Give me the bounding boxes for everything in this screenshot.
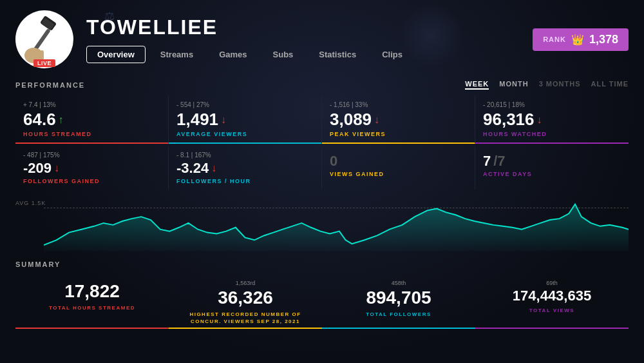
arrow-down-icon: ↓ bbox=[221, 114, 226, 126]
arrow-down-icon-3: ↓ bbox=[537, 114, 542, 126]
chart-fill bbox=[44, 204, 629, 251]
summary-followers-rank: 458th bbox=[330, 280, 468, 286]
metric-fph-label: FOLLOWERS / HOUR bbox=[176, 178, 314, 184]
metric-followers-value: -209 ↓ bbox=[23, 160, 160, 177]
summary-followers: 458th 894,705 TOTAL FOLLOWERS bbox=[322, 277, 475, 329]
chart-svg bbox=[44, 195, 629, 251]
live-badge: LIVE bbox=[33, 59, 55, 67]
svg-rect-5 bbox=[32, 48, 36, 61]
performance-section: PERFORMANCE WEEK MONTH 3 MONTHS ALL TIME… bbox=[15, 80, 629, 253]
metric-peak-viewers-label: PEAK VIEWERS bbox=[330, 131, 467, 137]
rank-label: RANK bbox=[543, 35, 566, 43]
metric-hours-watched: - 20,615 | 18% 96,316 ↓ HOURS WATCHED bbox=[475, 96, 629, 144]
metric-avg-viewers: - 554 | 27% 1,491 ↓ AVERAGE VIEWERS bbox=[169, 96, 322, 144]
summary-grid: 17,822 TOTAL HOURS STREAMED 1,563rd 36,3… bbox=[15, 277, 629, 329]
metric-hours-streamed: + 7.4 | 13% 64.6 ↑ HOURS STREAMED bbox=[15, 96, 169, 144]
time-filter-week[interactable]: WEEK bbox=[465, 80, 489, 90]
metric-followers-gained: - 487 | 175% -209 ↓ FOLLOWERS GAINED bbox=[15, 146, 169, 190]
crown-icon: 👑 bbox=[571, 34, 584, 46]
avatar-icon bbox=[22, 15, 67, 64]
metric-peak-viewers: - 1,516 | 33% 3,089 ↓ PEAK VIEWERS bbox=[322, 96, 475, 144]
metric-hours-watched-change: - 20,615 | 18% bbox=[483, 101, 621, 108]
metric-avg-viewers-value: 1,491 ↓ bbox=[176, 110, 314, 130]
metric-fph-change: - 8.1 | 167% bbox=[176, 152, 314, 159]
metric-views-gained: 0 VIEWS GAINED bbox=[322, 146, 475, 190]
metric-peak-viewers-value: 3,089 ↓ bbox=[330, 110, 467, 130]
time-filter-alltime[interactable]: ALL TIME bbox=[591, 80, 629, 90]
summary-views-rank: 69th bbox=[483, 280, 621, 286]
summary-followers-value: 894,705 bbox=[330, 288, 468, 308]
summary-title: SUMMARY bbox=[15, 260, 629, 268]
tab-streams[interactable]: Streams bbox=[149, 46, 204, 63]
metric-views-value: 0 bbox=[330, 153, 467, 170]
chart-area: AVG 1.5K bbox=[15, 195, 629, 253]
metric-hours-watched-value: 96,316 ↓ bbox=[483, 110, 621, 130]
summary-followers-label: TOTAL FOLLOWERS bbox=[330, 311, 468, 318]
summary-peak-viewers: 1,563rd 36,326 HIGHEST RECORDED NUMBER O… bbox=[169, 277, 322, 329]
arrow-down-icon-5: ↓ bbox=[211, 162, 216, 174]
performance-header: PERFORMANCE WEEK MONTH 3 MONTHS ALL TIME bbox=[15, 80, 629, 90]
metric-followers-per-hour: - 8.1 | 167% -3.24 ↓ FOLLOWERS / HOUR bbox=[169, 146, 322, 190]
svg-rect-4 bbox=[27, 49, 32, 61]
summary-views: 69th 174,443,635 TOTAL VIEWS bbox=[475, 277, 629, 329]
summary-views-value: 174,443,635 bbox=[483, 288, 621, 304]
time-filters: WEEK MONTH 3 MONTHS ALL TIME bbox=[465, 80, 629, 90]
chart-avg-label: AVG 1.5K bbox=[15, 200, 46, 206]
metric-avg-viewers-change: - 554 | 27% bbox=[176, 101, 314, 108]
svg-rect-6 bbox=[36, 49, 41, 61]
metric-hours-watched-label: HOURS WATCHED bbox=[483, 131, 621, 137]
rank-badge: RANK 👑 1,378 bbox=[533, 28, 629, 51]
tab-games[interactable]: Games bbox=[208, 46, 258, 63]
header: ⚖ LIVE TOWELLIEE bbox=[15, 10, 629, 68]
tab-subs[interactable]: Subs bbox=[262, 46, 305, 63]
metric-active-days: 7/7 ACTIVE DAYS bbox=[475, 146, 629, 190]
summary-peak-rank: 1,563rd bbox=[176, 280, 314, 286]
summary-views-label: TOTAL VIEWS bbox=[483, 307, 621, 314]
metric-followers-label: FOLLOWERS GAINED bbox=[23, 178, 160, 184]
arrow-up-icon: ↑ bbox=[59, 114, 64, 126]
summary-total-hours: 17,822 TOTAL HOURS STREAMED bbox=[15, 277, 169, 329]
time-filter-3months[interactable]: 3 MONTHS bbox=[539, 80, 581, 90]
svg-rect-7 bbox=[40, 50, 44, 60]
time-filter-month[interactable]: MONTH bbox=[499, 80, 528, 90]
rank-value: 1,378 bbox=[589, 33, 618, 46]
metrics-row-1: + 7.4 | 13% 64.6 ↑ HOURS STREAMED - 554 … bbox=[15, 96, 629, 144]
metric-followers-change: - 487 | 175% bbox=[23, 152, 160, 159]
summary-section: SUMMARY 17,822 TOTAL HOURS STREAMED 1,56… bbox=[15, 260, 629, 329]
summary-hours-label: TOTAL HOURS STREAMED bbox=[23, 304, 161, 311]
metric-hours-streamed-value: 64.6 ↑ bbox=[23, 110, 160, 130]
performance-title: PERFORMANCE bbox=[15, 81, 85, 89]
summary-hours-value: 17,822 bbox=[23, 281, 161, 302]
metric-fph-value: -3.24 ↓ bbox=[176, 160, 314, 177]
metric-views-label: VIEWS GAINED bbox=[330, 171, 467, 177]
metric-hours-streamed-label: HOURS STREAMED bbox=[23, 131, 160, 137]
arrow-down-icon-2: ↓ bbox=[374, 114, 379, 126]
metric-avg-viewers-label: AVERAGE VIEWERS bbox=[176, 131, 314, 137]
summary-peak-label: HIGHEST RECORDED NUMBER OFCONCUR. VIEWER… bbox=[176, 311, 314, 325]
metric-peak-viewers-change: - 1,516 | 33% bbox=[330, 101, 467, 108]
avatar-wrapper: LIVE bbox=[15, 10, 73, 68]
tab-overview[interactable]: Overview bbox=[86, 46, 146, 63]
metric-days-label: ACTIVE DAYS bbox=[483, 171, 621, 177]
metrics-row-2: - 487 | 175% -209 ↓ FOLLOWERS GAINED - 8… bbox=[15, 146, 629, 190]
summary-peak-value: 36,326 bbox=[176, 288, 314, 308]
balance-icon: ⚖ bbox=[104, 9, 115, 23]
metric-days-value: 7/7 bbox=[483, 153, 621, 170]
tab-statistics[interactable]: Statistics bbox=[308, 46, 367, 63]
arrow-down-icon-4: ↓ bbox=[54, 162, 59, 174]
metric-hours-streamed-change: + 7.4 | 13% bbox=[23, 101, 160, 108]
